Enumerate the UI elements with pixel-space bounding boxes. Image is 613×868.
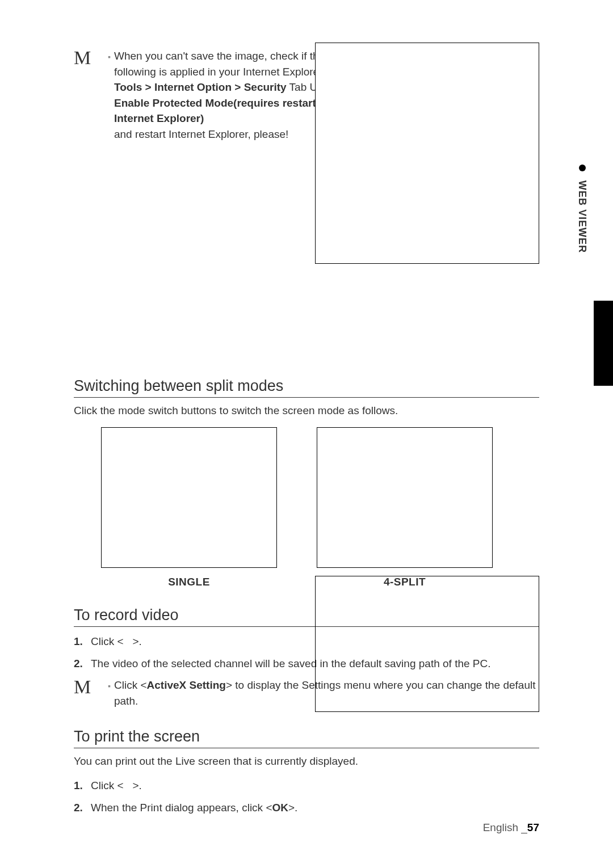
- step-number: 1.: [74, 778, 86, 794]
- bullet-icon: [579, 165, 586, 171]
- note-text-line1: When you can't save the image, check if …: [114, 50, 325, 78]
- section-switching: Switching between split modes Click the …: [74, 377, 539, 588]
- square-bullet-icon: ▪: [108, 680, 111, 709]
- step1-text-a: Click <: [91, 635, 124, 647]
- step-number: 1.: [74, 634, 86, 650]
- page-footer: English _57: [483, 821, 539, 834]
- pstep1-b: >.: [132, 779, 141, 791]
- side-tab-label: WEB VIEWER: [576, 165, 588, 253]
- print-step-2: 2. When the Print dialog appears, click …: [74, 800, 312, 816]
- desc-print: You can print out the Live screen that i…: [74, 755, 539, 768]
- footer-page-number: 57: [527, 821, 539, 833]
- heading-print: To print the screen: [74, 728, 539, 748]
- note-marker-m: M: [74, 48, 96, 68]
- side-tab-text: WEB VIEWER: [576, 180, 588, 253]
- heading-switching: Switching between split modes: [74, 377, 539, 398]
- section-print: To print the screen You can print out th…: [74, 728, 539, 816]
- step1-text-b: >.: [132, 635, 141, 647]
- note-activex-a: Click <: [114, 679, 147, 691]
- note-path-bold2: Enable Protected Mode(requires restartin…: [114, 97, 332, 125]
- square-bullet-icon: ▪: [108, 51, 111, 142]
- mode-4split: 4-SPLIT: [317, 427, 493, 588]
- print-step-1: 1. Click < >.: [74, 778, 312, 794]
- step-number: 2.: [74, 800, 86, 816]
- label-single: SINGLE: [168, 576, 210, 588]
- mode-single: SINGLE: [101, 427, 277, 588]
- pstep2-a: When the Print dialog appears, click <: [91, 802, 272, 814]
- step-number: 2.: [74, 656, 86, 672]
- note-marker-m: M: [74, 677, 96, 697]
- screenshot-placeholder-4split: [317, 427, 493, 568]
- note-activex-bold: ActiveX Setting: [147, 679, 226, 691]
- page-edge-tab: [594, 301, 613, 386]
- note-path-prefix: Tools > Internet Option > Security: [114, 81, 287, 93]
- pstep2-b: >.: [288, 802, 297, 814]
- screenshot-placeholder-top: [315, 43, 539, 264]
- screenshot-placeholder-single: [101, 427, 277, 568]
- pstep2-bold: OK: [272, 802, 288, 814]
- desc-switching: Click the mode switch buttons to switch …: [74, 404, 539, 417]
- footer-lang: English _: [483, 821, 527, 833]
- pstep1-a: Click <: [91, 779, 124, 791]
- screenshot-placeholder-print: [315, 576, 539, 712]
- note-text-line3: and restart Internet Explorer, please!: [114, 128, 288, 140]
